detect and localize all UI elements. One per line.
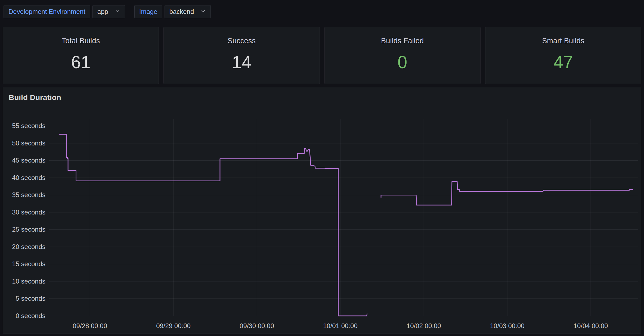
chevron-down-icon [200, 8, 206, 15]
y-axis-tick-label: 0 seconds [16, 312, 45, 319]
y-axis-tick-label: 45 seconds [12, 157, 45, 164]
stat-panel-builds-failed: Builds Failed 0 [324, 27, 481, 84]
variable-dropdown-backend[interactable]: backend [165, 5, 211, 18]
variable-label-image: Image [134, 5, 162, 18]
build-duration-series-line [60, 134, 367, 316]
build-duration-chart[interactable]: 0 seconds5 seconds10 seconds15 seconds20… [3, 87, 642, 334]
stat-title: Builds Failed [325, 37, 480, 45]
y-axis-tick-label: 30 seconds [12, 209, 45, 216]
x-axis-tick-label: 10/02 00:00 [407, 322, 441, 329]
stat-panel-smart-builds: Smart Builds 47 [485, 27, 641, 84]
build-duration-panel: Build Duration 0 seconds5 seconds10 seco… [3, 87, 641, 334]
stat-value: 47 [485, 52, 641, 72]
y-axis-tick-label: 15 seconds [12, 260, 45, 267]
y-axis-tick-label: 55 seconds [12, 122, 45, 129]
x-axis-tick-label: 09/30 00:00 [240, 322, 274, 329]
variable-group-development-environment: Development Environment app [4, 5, 125, 18]
x-axis-tick-label: 09/28 00:00 [73, 322, 107, 329]
variable-value: app [97, 8, 108, 15]
stat-value: 61 [3, 52, 159, 72]
variable-group-image: Image backend [134, 5, 211, 18]
y-axis-tick-label: 10 seconds [12, 278, 45, 285]
stat-panel-total-builds: Total Builds 61 [3, 27, 159, 84]
variable-value: backend [169, 8, 194, 15]
stats-row: Total Builds 61 Success 14 Builds Failed… [3, 27, 641, 84]
x-axis-tick-label: 09/29 00:00 [156, 322, 191, 329]
chart-canvas[interactable]: 0 seconds5 seconds10 seconds15 seconds20… [3, 87, 642, 334]
stat-title: Smart Builds [485, 37, 641, 45]
build-duration-series-line [381, 182, 633, 205]
stat-panel-success: Success 14 [163, 27, 320, 84]
stat-value: 0 [325, 52, 480, 72]
y-axis-tick-label: 50 seconds [12, 139, 45, 147]
y-axis-tick-label: 25 seconds [12, 226, 45, 233]
x-axis-tick-label: 10/01 00:00 [323, 322, 358, 329]
stat-title: Total Builds [3, 37, 159, 45]
y-axis-tick-label: 20 seconds [12, 243, 45, 250]
dashboard: Development Environment app Image backen… [0, 0, 644, 336]
x-axis-tick-label: 10/04 00:00 [574, 322, 608, 329]
x-axis-tick-label: 10/03 00:00 [490, 322, 525, 329]
filter-bar: Development Environment app Image backen… [4, 5, 211, 18]
stat-title: Success [164, 37, 319, 45]
y-axis-tick-label: 40 seconds [12, 174, 45, 181]
variable-label-development-environment: Development Environment [4, 5, 90, 18]
y-axis-tick-label: 5 seconds [16, 295, 45, 302]
stat-value: 14 [164, 52, 319, 72]
y-axis-tick-label: 35 seconds [12, 191, 45, 198]
variable-dropdown-app[interactable]: app [92, 5, 125, 18]
chevron-down-icon [115, 8, 120, 15]
